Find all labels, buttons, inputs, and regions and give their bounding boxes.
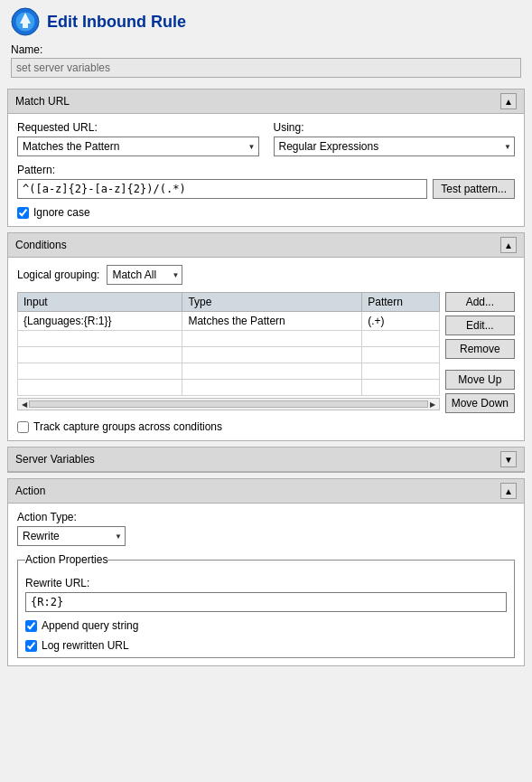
conditions-buttons: Add... Edit... Remove Move Up Move Down: [445, 292, 515, 413]
conditions-content: Logical grouping: Match All Match Any In…: [8, 258, 524, 440]
table-row: [18, 331, 440, 347]
log-rewritten-label: Log rewritten URL: [42, 639, 129, 652]
server-variables-title: Server Variables: [15, 453, 95, 466]
conditions-panel-header: Conditions ▲: [8, 233, 524, 258]
scrollbar-track: [29, 400, 428, 408]
logical-grouping-select[interactable]: Match All Match Any: [107, 265, 182, 285]
svg-rect-3: [23, 24, 28, 28]
server-variables-panel: Server Variables ▼: [7, 447, 525, 473]
page-title: Edit Inbound Rule: [47, 13, 186, 32]
track-capture-row: Track capture groups across conditions: [17, 420, 515, 433]
append-query-row: Append query string: [25, 619, 507, 632]
logical-grouping-row: Logical grouping: Match All Match Any: [17, 265, 515, 285]
conditions-collapse-btn[interactable]: ▲: [500, 237, 517, 253]
move-down-button[interactable]: Move Down: [445, 393, 515, 413]
cell-empty: [362, 331, 439, 347]
ignore-case-row: Ignore case: [17, 206, 515, 219]
action-type-select-wrapper: Rewrite Redirect Custom Response Abort R…: [17, 526, 126, 546]
action-collapse-btn[interactable]: ▲: [500, 483, 517, 499]
match-url-panel-header: Match URL ▲: [8, 90, 524, 114]
requested-url-group: Requested URL: Matches the Pattern Does …: [17, 121, 259, 156]
server-variables-expand-btn[interactable]: ▼: [500, 451, 517, 467]
ignore-case-label: Ignore case: [33, 206, 90, 219]
inbound-rule-icon: [11, 7, 40, 36]
remove-condition-button[interactable]: Remove: [445, 339, 515, 359]
cell-empty: [182, 363, 362, 380]
action-props-group: Action Properties Rewrite URL: Append qu…: [17, 553, 515, 658]
requested-url-label: Requested URL:: [17, 121, 259, 134]
pattern-input[interactable]: [17, 179, 427, 199]
cell-empty: [18, 347, 182, 363]
using-label: Using:: [274, 121, 516, 134]
pattern-section: Pattern: Test pattern...: [17, 164, 515, 199]
append-query-checkbox[interactable]: [25, 620, 37, 632]
rewrite-url-input[interactable]: [25, 592, 507, 612]
track-capture-checkbox[interactable]: [17, 421, 29, 433]
rewrite-url-label: Rewrite URL:: [25, 577, 507, 589]
match-url-title: Match URL: [15, 95, 70, 108]
requested-url-select-wrapper: Matches the Pattern Does Not Match the P…: [17, 137, 259, 156]
logical-select-wrapper: Match All Match Any: [107, 265, 182, 285]
edit-condition-button[interactable]: Edit...: [445, 316, 515, 335]
using-group: Using: Regular Expressions Wildcards Exa…: [274, 121, 516, 156]
cell-input: {Languages:{R:1}}: [18, 312, 182, 331]
conditions-header-row: Input Type Pattern: [18, 293, 440, 312]
action-content: Action Type: Rewrite Redirect Custom Res…: [8, 504, 524, 665]
append-query-label: Append query string: [42, 619, 138, 632]
page-header: Edit Inbound Rule: [0, 0, 532, 42]
table-row[interactable]: {Languages:{R:1}} Matches the Pattern (.…: [18, 312, 440, 331]
action-type-label: Action Type:: [17, 511, 515, 523]
table-row: [18, 347, 440, 363]
scroll-left-icon[interactable]: ◀: [20, 400, 29, 409]
cell-empty: [18, 331, 182, 347]
conditions-panel: Conditions ▲ Logical grouping: Match All…: [7, 232, 525, 441]
conditions-layout: Input Type Pattern {Languages:{R:1}} Mat…: [17, 292, 515, 413]
conditions-title: Conditions: [15, 239, 67, 251]
ignore-case-checkbox[interactable]: [17, 207, 29, 219]
cell-type: Matches the Pattern: [182, 312, 362, 331]
cell-empty: [362, 347, 439, 363]
action-type-row: Action Type: Rewrite Redirect Custom Res…: [17, 511, 515, 546]
cell-empty: [182, 347, 362, 363]
add-condition-button[interactable]: Add...: [445, 292, 515, 312]
move-up-button[interactable]: Move Up: [445, 370, 515, 390]
name-label: Name:: [11, 43, 521, 56]
cell-empty: [362, 380, 439, 396]
log-rewritten-checkbox[interactable]: [25, 640, 37, 652]
match-url-content: Requested URL: Matches the Pattern Does …: [8, 114, 524, 226]
name-section: Name:: [0, 42, 532, 83]
using-select-wrapper: Regular Expressions Wildcards Exact Matc…: [274, 137, 516, 156]
track-capture-label: Track capture groups across conditions: [33, 420, 222, 433]
match-url-collapse-btn[interactable]: ▲: [500, 93, 517, 109]
cell-pattern: (.+): [362, 312, 439, 331]
action-panel: Action ▲ Action Type: Rewrite Redirect C…: [7, 478, 525, 666]
match-url-fields-row: Requested URL: Matches the Pattern Does …: [17, 121, 515, 156]
server-variables-header: Server Variables ▼: [8, 448, 524, 472]
match-url-panel: Match URL ▲ Requested URL: Matches the P…: [7, 89, 525, 227]
horizontal-scrollbar[interactable]: ◀ ▶: [17, 398, 440, 410]
conditions-table-area: Input Type Pattern {Languages:{R:1}} Mat…: [17, 292, 440, 413]
table-row: [18, 380, 440, 396]
pattern-row: Test pattern...: [17, 179, 515, 199]
cell-empty: [18, 363, 182, 380]
test-pattern-button[interactable]: Test pattern...: [433, 179, 515, 199]
cell-empty: [18, 380, 182, 396]
pattern-label: Pattern:: [17, 164, 515, 176]
action-type-select[interactable]: Rewrite Redirect Custom Response Abort R…: [17, 526, 126, 546]
requested-url-select[interactable]: Matches the Pattern Does Not Match the P…: [17, 137, 259, 156]
col-pattern: Pattern: [362, 293, 439, 312]
action-props-legend: Action Properties: [25, 553, 107, 566]
log-rewritten-row: Log rewritten URL: [25, 639, 507, 652]
col-type: Type: [182, 293, 362, 312]
action-title: Action: [15, 485, 45, 497]
name-input[interactable]: [11, 58, 521, 78]
using-select[interactable]: Regular Expressions Wildcards Exact Matc…: [274, 137, 516, 156]
scroll-right-icon[interactable]: ▶: [428, 400, 437, 409]
conditions-table: Input Type Pattern {Languages:{R:1}} Mat…: [17, 292, 440, 396]
cell-empty: [182, 380, 362, 396]
logical-grouping-label: Logical grouping:: [17, 269, 99, 281]
action-panel-header: Action ▲: [8, 479, 524, 504]
cell-empty: [362, 363, 439, 380]
col-input: Input: [18, 293, 182, 312]
cell-empty: [182, 331, 362, 347]
